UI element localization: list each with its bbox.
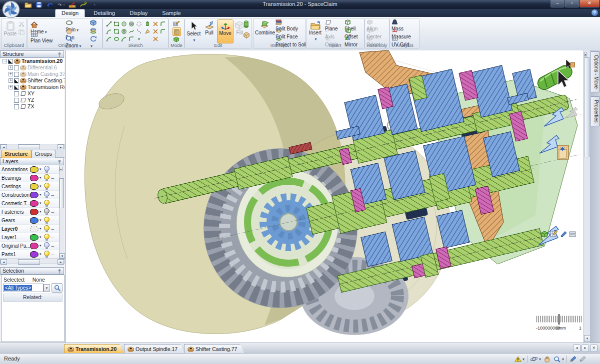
layer-color-swatch[interactable] (30, 200, 38, 207)
measure-button[interactable]: Measure (392, 27, 411, 35)
layers-vscrollbar[interactable] (59, 165, 64, 259)
pin-icon[interactable] (57, 159, 62, 164)
layer-visibility-bulb[interactable] (44, 208, 50, 215)
sketch-arc-button[interactable] (106, 28, 112, 34)
sketch-chamfer-button[interactable] (160, 28, 166, 34)
doc-tab-transmission[interactable]: Transmission.20 (64, 344, 124, 354)
layer-visibility-bulb[interactable] (44, 183, 50, 190)
maximize-button[interactable] (565, 0, 579, 7)
layer-color-swatch[interactable] (30, 183, 38, 190)
scroll-right-button[interactable] (58, 259, 64, 265)
collapse-toggle[interactable] (2, 59, 7, 63)
structure-hscrollbar[interactable] (0, 144, 64, 149)
related-bar[interactable]: Related: (3, 294, 62, 302)
search-button[interactable] (52, 283, 62, 293)
pan-button[interactable]: Pan (66, 27, 74, 35)
sketch-split-button[interactable] (152, 28, 158, 34)
close-button[interactable] (580, 0, 600, 7)
selection-filter-combo[interactable]: <All Types> (3, 284, 62, 292)
layer-color-swatch[interactable] (30, 234, 38, 241)
sketch-mode-button[interactable] (173, 20, 180, 26)
layer-visibility-bulb[interactable] (44, 242, 50, 249)
layer-row-cosmetic[interactable]: Cosmetic T... ▾ (0, 199, 64, 208)
layer-row-castings[interactable]: Castings ▾ (0, 182, 64, 191)
tree-item-main-casting[interactable]: Main Casting.37 (0, 71, 64, 77)
zoom-tool-button[interactable] (554, 356, 564, 363)
plane-button[interactable]: Plane (325, 19, 338, 27)
layer-row-parts1[interactable]: Parts1 ▾ (0, 250, 64, 259)
spaceclaim-logo[interactable] (2, 0, 20, 18)
color-dropdown-icon[interactable]: ▾ (40, 227, 42, 231)
layer-visibility-bulb[interactable] (44, 225, 50, 232)
tree-item-shifter-casting[interactable]: Shifter Casting.77 (0, 77, 64, 84)
tree-item-yz-plane[interactable]: YZ (0, 97, 64, 103)
tab-properties[interactable]: Properties (591, 96, 600, 126)
axis-button[interactable]: Axis (325, 27, 334, 35)
sketch-line-button[interactable] (106, 20, 112, 27)
offset-button[interactable]: Offset (344, 27, 358, 35)
tree-item-transmission[interactable]: Transmission.20 (0, 58, 64, 64)
split-face-button[interactable]: Split Face (276, 27, 298, 35)
layer-color-swatch[interactable] (30, 226, 38, 232)
expand-toggle[interactable] (8, 85, 13, 89)
sketch-tool-button[interactable] (579, 356, 586, 362)
sketch-erase-button[interactable] (152, 35, 158, 42)
layer-color-swatch[interactable] (30, 209, 38, 215)
tab-close-button[interactable]: ✕ (590, 345, 598, 352)
annotate-tool-button[interactable] (570, 356, 576, 362)
layer-color-swatch[interactable] (30, 192, 38, 198)
help-button[interactable] (592, 9, 598, 16)
select-button[interactable]: Select (186, 19, 202, 42)
orient-button[interactable]: Orient (366, 35, 380, 43)
pull-button[interactable]: Pull (202, 19, 217, 42)
sketch-plane-button[interactable] (144, 28, 150, 34)
sketch-point-button[interactable] (136, 35, 142, 42)
zoom-button[interactable]: Zoom (66, 35, 82, 43)
layer-row-fasteners[interactable]: Fasteners ▾ (0, 208, 64, 216)
tab-design[interactable]: Design (55, 9, 85, 17)
pan-tool-button[interactable] (544, 356, 551, 363)
visibility-checkbox[interactable] (14, 65, 19, 70)
rotate-view-button[interactable] (90, 35, 98, 43)
color-dropdown-icon[interactable]: ▾ (40, 201, 42, 205)
tab-structure[interactable]: Structure (1, 150, 32, 158)
color-dropdown-icon[interactable]: ▾ (40, 244, 42, 248)
color-dropdown-icon[interactable]: ▾ (40, 184, 42, 188)
anchor-box[interactable] (558, 145, 568, 159)
sketch-mode-mini-icon[interactable] (550, 231, 558, 237)
tree-item-zx-plane[interactable]: ZX (0, 103, 64, 110)
combine-button[interactable]: Combine (255, 19, 274, 42)
color-dropdown-icon[interactable]: ▾ (40, 252, 42, 256)
tab-scroll-left-button[interactable] (573, 345, 580, 352)
filter-field[interactable]: <All Types> (3, 284, 44, 292)
expand-toggle[interactable] (8, 65, 13, 70)
sketch-spline-button[interactable] (128, 28, 134, 34)
layer-row-annotations[interactable]: Annotations ▾ (0, 165, 64, 174)
replace-body-button[interactable] (243, 20, 250, 28)
solid-mode-mini-icon[interactable] (542, 231, 548, 237)
sketch-trim-button[interactable] (152, 20, 158, 27)
shell-button[interactable]: Shell (344, 19, 356, 27)
scroll-thumb[interactable] (18, 259, 40, 265)
sketch-rectangle-button[interactable] (113, 20, 120, 27)
center-button[interactable]: Center (366, 27, 382, 35)
tree-item-transmission-ro[interactable]: Transmission Ro (0, 84, 64, 90)
layer-color-swatch[interactable] (30, 175, 38, 181)
tab-display[interactable]: Display (124, 9, 154, 17)
scroll-thumb[interactable] (60, 178, 64, 208)
solid-mode-button[interactable] (173, 36, 180, 42)
layer-visibility-bulb[interactable] (44, 191, 50, 198)
sketch-rounded-rect-button[interactable] (113, 28, 120, 34)
layer-row-layer1[interactable]: Layer1 ▾ (0, 233, 64, 242)
layer-color-swatch[interactable] (30, 217, 38, 224)
insert-button[interactable]: Insert (308, 19, 323, 42)
color-dropdown-icon[interactable]: ▾ (40, 176, 42, 180)
mirror-button[interactable]: Mirror (344, 35, 358, 43)
sketch-cylinder-button[interactable] (144, 20, 150, 27)
view-cube-button[interactable] (90, 19, 98, 27)
filter-dropdown-button[interactable] (44, 284, 50, 292)
project-to-solid-button[interactable]: Project to Solid (276, 35, 309, 43)
tab-detailing[interactable]: Detailing (88, 9, 121, 17)
align-button[interactable]: Align (366, 19, 378, 27)
layer-color-swatch[interactable] (30, 251, 38, 258)
